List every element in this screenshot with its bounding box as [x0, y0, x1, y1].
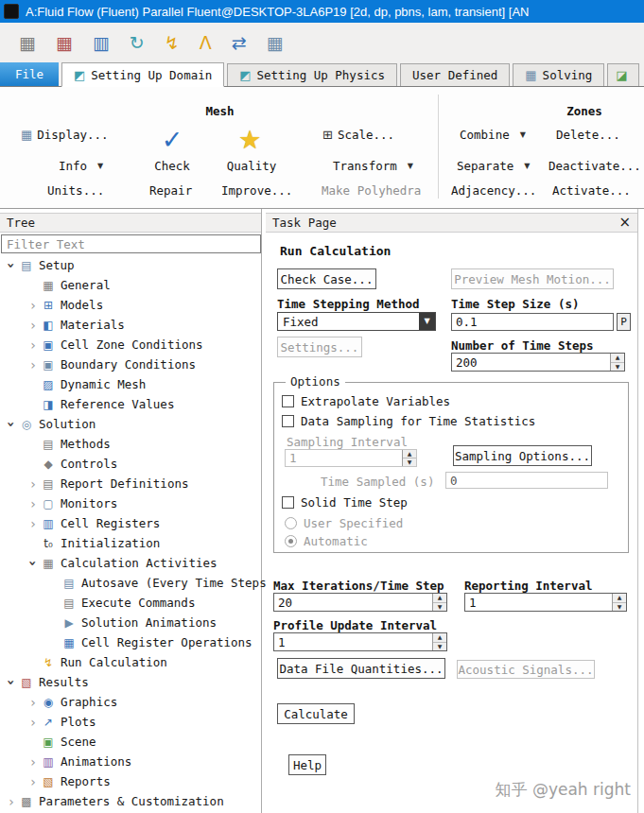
ribbon-tab[interactable]: ◩ Setting Up Domain — [61, 62, 224, 87]
tree-expander-icon[interactable] — [26, 517, 41, 530]
activate-button[interactable]: Activate... — [552, 183, 631, 198]
tab-file[interactable]: File — [0, 62, 59, 86]
scale-button[interactable]: ⊞ Scale... — [322, 128, 394, 142]
tree-item[interactable]: ▧ Reports — [0, 771, 261, 791]
separate-button[interactable]: Separate ▼ — [457, 159, 530, 173]
info-button[interactable]: Info ▼ — [59, 159, 103, 173]
help-button[interactable]: Help — [288, 754, 326, 775]
preview-mesh-motion-button[interactable]: Preview Mesh Motion... — [451, 268, 614, 289]
deactivate-button[interactable]: Deactivate... — [548, 159, 641, 173]
toolbar-icon[interactable]: ↻ — [130, 34, 145, 52]
max-iterations-input[interactable] — [274, 594, 432, 611]
tree-item[interactable]: ▢ Monitors — [0, 493, 261, 513]
dropdown-arrow-icon[interactable]: ▼ — [419, 313, 435, 330]
number-of-time-steps-input[interactable] — [452, 354, 610, 371]
tree-expander-icon[interactable] — [26, 755, 41, 769]
tree-expander-icon[interactable] — [26, 338, 41, 352]
tree-item[interactable]: ⊞ Models — [0, 295, 261, 315]
time-sampled-input[interactable] — [445, 472, 608, 489]
tree-item[interactable]: ▶ Solution Animations — [0, 613, 261, 632]
check-case-button[interactable]: Check Case... — [277, 268, 376, 289]
number-of-time-steps-stepper[interactable]: ▲ ▼ — [451, 353, 625, 372]
checkbox-icon[interactable] — [282, 496, 294, 509]
tree-item[interactable]: ◨ Reference Values — [0, 394, 261, 414]
close-icon[interactable]: × — [618, 216, 631, 230]
tree-expander-icon[interactable] — [26, 716, 41, 729]
acoustic-signals-button[interactable]: Acoustic Signals... — [457, 660, 595, 679]
tree-expander-icon[interactable] — [26, 775, 41, 788]
improve-button[interactable]: Improve... — [221, 183, 292, 198]
profile-update-interval-stepper[interactable]: ▲ ▼ — [273, 632, 447, 651]
transform-button[interactable]: Transform ▼ — [333, 159, 413, 173]
tree-item[interactable]: ▣ Boundary Conditions — [0, 355, 261, 374]
tree-item[interactable]: ▤ Autosave (Every Time Steps) — [0, 573, 261, 593]
radio-selected-icon[interactable] — [285, 535, 297, 547]
time-step-size-input[interactable] — [451, 313, 614, 331]
tree-item[interactable]: ▣ Scene — [0, 732, 261, 752]
data-file-quantities-button[interactable]: Data File Quantities... — [277, 658, 445, 679]
stepper-down-icon[interactable]: ▼ — [403, 458, 416, 466]
tree-expander-icon[interactable] — [26, 299, 41, 312]
tree-item[interactable]: ◧ Materials — [0, 315, 261, 335]
toolbar-icon[interactable]: ▦ — [19, 34, 36, 52]
tree-panel-header[interactable]: Tree — [0, 213, 261, 233]
calculate-button[interactable]: Calculate — [277, 703, 355, 724]
automatic-radio[interactable]: Automatic — [285, 534, 368, 548]
settings-button[interactable]: Settings... — [277, 337, 362, 357]
stepper-up-icon[interactable]: ▲ — [613, 594, 626, 603]
tree-item[interactable]: ▧ Results — [0, 672, 261, 692]
tree-expander-icon[interactable] — [26, 497, 41, 510]
stepper-down-icon[interactable]: ▼ — [613, 603, 626, 612]
quality-label[interactable]: Quality — [222, 159, 281, 173]
tree-expander-icon[interactable] — [5, 258, 18, 273]
display-button[interactable]: ▦ Display... — [21, 128, 109, 142]
ribbon-tab[interactable]: ◪ — [607, 63, 639, 86]
ribbon-tab[interactable]: ◩ Setting Up Physics — [227, 63, 397, 86]
stepper-up-icon[interactable]: ▲ — [403, 450, 416, 458]
tree-item[interactable]: ↯ Run Calculation — [0, 652, 261, 672]
tree-item[interactable]: ▦ Cell Register Operations — [0, 632, 261, 652]
toolbar-icon[interactable]: ↯ — [165, 34, 180, 52]
check-button[interactable]: ✓ — [151, 123, 193, 155]
toolbar-icon[interactable]: ▦ — [56, 34, 73, 52]
tree-item[interactable]: ◎ Solution — [0, 414, 261, 434]
tree-item[interactable]: ▦ Calculation Activities — [0, 553, 261, 573]
stepper-up-icon[interactable]: ▲ — [433, 633, 446, 643]
make-polyhedra-button[interactable]: Make Polyhedra — [322, 183, 421, 198]
checkbox-icon[interactable] — [282, 395, 294, 407]
stepper-down-icon[interactable]: ▼ — [433, 603, 446, 612]
tree-expander-icon[interactable] — [26, 477, 41, 491]
parameter-button[interactable]: P — [617, 313, 631, 331]
stepper-down-icon[interactable]: ▼ — [611, 363, 624, 372]
extrapolate-variables-checkbox[interactable]: Extrapolate Variables — [282, 394, 450, 408]
stepper-up-icon[interactable]: ▲ — [433, 594, 446, 603]
tree-item[interactable]: ▦ General — [0, 275, 261, 295]
units-button[interactable]: Units... — [47, 183, 104, 198]
data-sampling-checkbox[interactable]: Data Sampling for Time Statistics — [282, 414, 535, 428]
repair-button[interactable]: Repair — [149, 183, 192, 198]
tree-item[interactable]: ↗ Plots — [0, 712, 261, 732]
tree-expander-icon[interactable] — [5, 417, 18, 432]
tree-item[interactable]: ▣ Cell Zone Conditions — [0, 335, 261, 355]
stepper-down-icon[interactable]: ▼ — [433, 643, 446, 651]
tree-item[interactable]: ▨ Dynamic Mesh — [0, 374, 261, 394]
tree-expander-icon[interactable] — [26, 358, 41, 372]
radio-icon[interactable] — [285, 517, 297, 529]
task-page-header[interactable]: Task Page × — [266, 213, 637, 233]
profile-update-interval-input[interactable] — [274, 633, 432, 650]
reporting-interval-stepper[interactable]: ▲ ▼ — [464, 593, 627, 612]
delete-button[interactable]: Delete... — [556, 128, 620, 142]
tree-expander-icon[interactable] — [26, 319, 41, 332]
checkbox-icon[interactable] — [282, 415, 294, 427]
tree-item[interactable]: ▤ Report Definitions — [0, 474, 261, 493]
tree-item[interactable]: ▤ Execute Commands — [0, 593, 261, 613]
ribbon-tab[interactable]: ▦ Solving — [513, 63, 604, 86]
ribbon-tab[interactable]: User Defined — [400, 63, 510, 86]
toolbar-icon[interactable]: ⇄ — [232, 34, 247, 52]
user-specified-radio[interactable]: User Specified — [285, 516, 403, 530]
toolbar-icon[interactable]: ▥ — [93, 34, 110, 52]
tree-filter-input[interactable] — [1, 234, 261, 253]
tree-item[interactable]: ▥ Cell Registers — [0, 513, 261, 533]
tree-expander-icon[interactable] — [26, 556, 40, 571]
sampling-interval-stepper[interactable]: ▲ ▼ — [285, 449, 417, 467]
